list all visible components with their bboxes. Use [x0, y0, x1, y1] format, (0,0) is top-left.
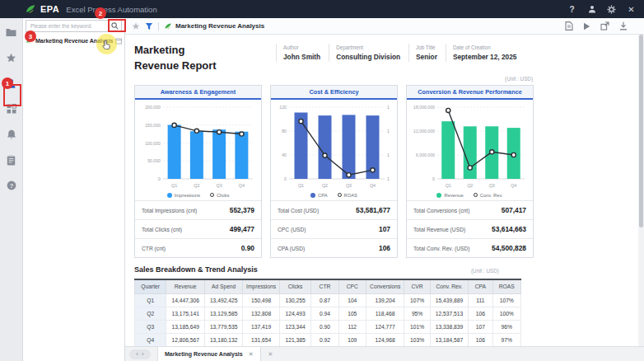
svg-text:Q2: Q2: [467, 183, 473, 188]
close-tab-icon[interactable]: ✕: [249, 351, 254, 358]
value-cell: 13,184,587: [430, 333, 468, 346]
value-cell: 13,180,132: [204, 333, 242, 346]
vertical-scrollbar: [638, 35, 644, 346]
card-title: Awareness & Engagement: [161, 88, 236, 96]
col-header-impressions[interactable]: Impressions: [243, 279, 279, 293]
legend-entry-impressions: Impressions: [167, 193, 200, 198]
col-header-ctr[interactable]: CTR: [311, 279, 338, 293]
svg-text:Q3: Q3: [489, 183, 495, 188]
meta-col-department: DepartmentConsulting Division: [329, 44, 408, 62]
card-stat-row: Total Conversions (cnt)507,417: [407, 200, 533, 219]
svg-text:18,000,000: 18,000,000: [413, 105, 435, 110]
folder-icon[interactable]: [5, 26, 18, 39]
meta-label: Department: [336, 45, 400, 50]
value-cell: 103%: [404, 333, 430, 346]
stat-value: 552,379: [230, 206, 254, 214]
svg-text:Q4: Q4: [370, 183, 376, 188]
svg-text:1: 1: [387, 176, 390, 181]
next-arrow-icon[interactable]: ›: [142, 351, 144, 358]
legend-label: ROAS: [344, 193, 357, 198]
document-title: Marketing Revenue Analysis: [175, 22, 264, 30]
favorites-star-icon[interactable]: [5, 51, 18, 64]
value-cell: 105: [338, 307, 366, 320]
tree-item-marketing-revenue-analysis[interactable]: Marketing Revenue Analysis: [23, 34, 124, 48]
user-icon[interactable]: [587, 5, 596, 14]
value-cell: 124,777: [366, 320, 404, 333]
download-icon[interactable]: [618, 21, 628, 30]
svg-text:0: 0: [158, 176, 161, 181]
sheet-tab-marketing-revenue-analysis[interactable]: Marketing Revenue Analysis ✕: [157, 347, 261, 361]
table-row: Q313,185,64913,779,535137,419123,3440.90…: [135, 320, 521, 333]
settings-gear-icon[interactable]: [607, 5, 616, 14]
document-toolbar: [564, 21, 628, 30]
value-cell: 137,419: [243, 320, 279, 333]
legend-label: Clicks: [217, 193, 229, 198]
value-cell: 107: [469, 320, 492, 333]
value-cell: 14,447,306: [166, 293, 204, 307]
table-row: Q114,447,30613,492,425150,498130,2550.87…: [135, 293, 521, 307]
stat-value: 53,614,663: [492, 225, 526, 233]
export-document-icon[interactable]: [564, 21, 573, 30]
kpi-cards: Awareness & Engagement050,000100,000150,…: [134, 85, 534, 258]
kpi-card-2: Conversion & Revenue Performance06,000,0…: [406, 85, 534, 258]
svg-text:Q3: Q3: [346, 183, 352, 188]
value-cell: 97%: [492, 333, 520, 346]
table-header-row: QuarterRevenueAd SpendImpressionsClicksC…: [135, 279, 521, 293]
notifications-bell-icon[interactable]: [5, 128, 18, 141]
stat-label: CTR (cnt): [142, 246, 166, 251]
card-header: Cost & Efficiency: [271, 86, 397, 100]
table-row: Q213,175,14113,129,585132,808124,4930.94…: [135, 307, 521, 320]
legend-label: Impressions: [175, 193, 200, 198]
value-cell: 13,129,585: [204, 307, 242, 320]
value-cell: 131,654: [243, 333, 279, 346]
value-cell: 132,808: [243, 307, 279, 320]
value-cell: 13,779,535: [204, 320, 242, 333]
col-header-conversions[interactable]: Conversions: [366, 279, 404, 293]
keyword-search-box: [26, 20, 122, 32]
col-header-revenue[interactable]: Revenue: [166, 279, 204, 293]
secondary-close-icon[interactable]: ✕: [268, 351, 273, 358]
svg-text:0: 0: [284, 176, 287, 181]
chart-canvas: 050,000100,000150,000200,000Q1Q2Q3Q4: [137, 102, 259, 190]
open-in-window-icon[interactable]: [600, 21, 609, 30]
table-section-title: Sales Breakdown & Trend Analysis: [134, 265, 258, 274]
stat-value: 106: [379, 244, 390, 252]
filter-funnel-icon[interactable]: [145, 22, 153, 30]
scrollbar-thumb[interactable]: [639, 35, 643, 227]
col-header-conv-rev-[interactable]: Conv. Rev.: [430, 279, 468, 293]
col-header-cvr[interactable]: CVR: [404, 279, 430, 293]
value-cell: 12,537,513: [430, 307, 468, 320]
tree-panel: Marketing Revenue Analysis: [23, 18, 125, 361]
favorite-star-icon[interactable]: [132, 22, 140, 30]
epa-file-icon: [26, 37, 33, 45]
legend-entry-revenue: Revenue: [436, 193, 463, 198]
clipboard-icon[interactable]: [5, 153, 18, 166]
prev-arrow-icon[interactable]: ‹: [136, 351, 138, 358]
value-cell: 121,385: [279, 333, 310, 346]
col-header-ad-spend[interactable]: Ad Spend: [204, 279, 242, 293]
stat-label: CPA (USD): [278, 246, 305, 251]
help-icon[interactable]: ?: [567, 5, 576, 14]
sheet-nav-arrows[interactable]: ‹›: [129, 349, 151, 359]
run-play-icon[interactable]: [582, 21, 591, 30]
col-header-cpc[interactable]: CPC: [338, 279, 366, 293]
col-header-quarter[interactable]: Quarter: [135, 279, 166, 293]
col-header-roas[interactable]: ROAS: [492, 279, 520, 293]
close-window-icon[interactable]: ✕: [627, 5, 636, 14]
value-cell: 0.90: [311, 320, 338, 333]
quarter-cell: Q4: [135, 333, 166, 346]
user-management-icon[interactable]: [5, 77, 18, 90]
item-detail-icon[interactable]: [115, 38, 122, 45]
help-circle-icon[interactable]: ?: [5, 179, 18, 192]
stat-label: Total Clicks (cnt): [142, 227, 182, 232]
col-header-cpa[interactable]: CPA: [469, 279, 492, 293]
search-icon[interactable]: [111, 22, 119, 30]
search-input[interactable]: [29, 22, 111, 30]
table-unit-note: (Unit : USD): [471, 268, 499, 274]
col-header-clicks[interactable]: Clicks: [279, 279, 310, 293]
chart-legend: CPAROAS: [273, 190, 395, 200]
value-cell: 130,255: [279, 293, 310, 307]
dashboard-grid-icon[interactable]: [5, 102, 18, 115]
svg-text:120: 120: [279, 105, 287, 110]
value-cell: 95%: [404, 307, 430, 320]
